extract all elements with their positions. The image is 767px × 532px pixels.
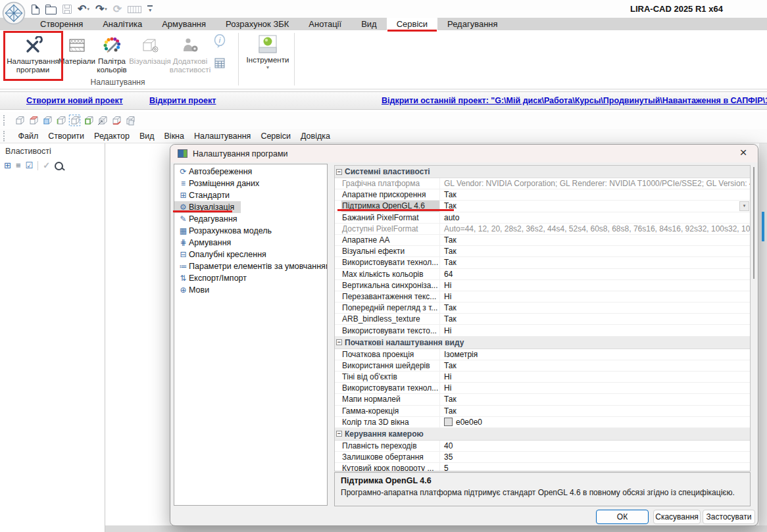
property-row[interactable]: Використовувати тексто...Ні — [335, 325, 750, 336]
ok-button[interactable]: ОК — [596, 510, 649, 524]
tree-item-export-import[interactable]: ⇅Експорт/Імпорт — [174, 272, 253, 284]
redo-icon[interactable]: ↷▾ — [95, 4, 107, 14]
link-open-last-project[interactable]: Відкрити останній проект: "G:\Мій диск\Р… — [382, 96, 767, 105]
collapse-icon[interactable]: − — [336, 339, 342, 345]
property-row[interactable]: Використовувати технол...Ні — [335, 383, 750, 394]
property-row[interactable]: Використання шейдерівТак — [335, 360, 750, 372]
menu-item-view[interactable]: Вид — [134, 130, 159, 142]
cube-dashed-selection-icon[interactable] — [68, 114, 82, 127]
app-logo-icon[interactable] — [2, 1, 26, 25]
dropdown-button[interactable]: ▾ — [739, 201, 749, 211]
property-row[interactable]: Вертикальна синхроніза...Ні — [335, 280, 750, 291]
tree-item-formwork-drawings[interactable]: ⊟Опалубні креслення — [174, 249, 273, 260]
property-row[interactable]: Попередній перегляд з т...Так — [335, 302, 750, 314]
toolbar-grip[interactable] — [3, 115, 7, 126]
property-row[interactable]: Тіні від об'єктівНі — [335, 372, 750, 383]
collapse-icon[interactable]: − — [336, 431, 342, 437]
tab-view[interactable]: Вид — [351, 18, 387, 30]
ribbon-button-materials[interactable]: Матеріали — [61, 33, 93, 66]
property-value: Так — [440, 235, 750, 245]
menu-item-windows[interactable]: Вікна — [159, 130, 189, 142]
undo-icon[interactable]: ↶▾ — [78, 4, 89, 14]
tree-item-data-placement[interactable]: ≡Розміщення даних — [174, 178, 266, 189]
tab-services[interactable]: Сервіси — [387, 18, 437, 30]
open-folder-icon[interactable] — [45, 5, 57, 14]
property-row[interactable]: Плавність переходів40 — [335, 441, 750, 452]
property-row[interactable]: Мапи нормалейТак — [335, 394, 750, 405]
cube-double-icon[interactable] — [124, 114, 137, 127]
property-row[interactable]: Залишкове обертання35 — [335, 452, 750, 463]
tree-item-languages[interactable]: ⊕Мови — [174, 284, 216, 296]
cube-red-top-icon[interactable] — [27, 114, 41, 127]
checklist-icon[interactable]: ☑ — [26, 161, 34, 170]
property-row[interactable]: Перезавантаження текс...Ні — [335, 291, 750, 302]
ribbon-button-color-palette[interactable]: Палітра кольорів — [93, 33, 130, 74]
menu-item-editor[interactable]: Редактор — [89, 130, 135, 142]
canvas-scrollbar[interactable] — [759, 143, 767, 532]
cube-blue-front-icon[interactable] — [41, 114, 55, 127]
cube-pointer-icon[interactable] — [96, 114, 110, 127]
menu-item-create[interactable]: Створити — [43, 130, 89, 142]
tree-item-analysis-model[interactable]: ▦Розрахункова модель — [174, 225, 278, 237]
ribbon-button-instruments[interactable]: Інструменти ▾ — [245, 33, 291, 70]
property-row[interactable]: Графічна платформаGL Vendor: NVIDIA Corp… — [335, 178, 750, 189]
property-row[interactable]: Використовувати технол...Так — [335, 257, 750, 268]
menu-item-services[interactable]: Сервіси — [256, 130, 296, 142]
menu-item-file[interactable]: Файл — [13, 130, 43, 142]
menubar-grip[interactable] — [3, 131, 7, 141]
property-name: Візуальні ефекти — [341, 246, 440, 256]
menu-item-settings[interactable]: Налаштування — [189, 130, 255, 142]
ribbon-button-additional-properties[interactable]: Додаткові властивості — [170, 33, 210, 74]
property-name: Попередній перегляд з т... — [341, 302, 440, 313]
tree-item-autosave[interactable]: ⟳Автозбереження — [174, 166, 259, 178]
menu-item-help[interactable]: Довідка — [295, 130, 335, 142]
link-new-project[interactable]: Створити новий проект — [26, 96, 123, 105]
list-view-icon[interactable]: ≡ — [16, 161, 21, 170]
cancel-button[interactable]: Скасування — [653, 510, 701, 524]
cube-green-left-icon[interactable] — [55, 114, 68, 127]
expand-all-icon[interactable]: ⊞ — [4, 161, 11, 170]
collapse-icon[interactable]: − — [336, 169, 342, 175]
property-row[interactable]: Апаратне AAТак — [335, 235, 750, 246]
tree-item-reinforcement[interactable]: ⋕Армування — [174, 237, 237, 249]
tab-analytics[interactable]: Аналітика — [93, 18, 152, 30]
tree-item-default-element-parameters[interactable]: ≔Параметри елементів за умовчанням — [174, 260, 328, 272]
property-row[interactable]: Апаратне прискоренняТак — [335, 189, 750, 201]
customize-icon[interactable]: ▾ — [147, 5, 153, 13]
property-row[interactable]: Max кількість кольорів64 — [335, 269, 750, 280]
tree-item-standards[interactable]: ⊞Стандарти — [174, 189, 236, 201]
ruler-icon[interactable] — [128, 6, 141, 13]
tab-rc-calculation[interactable]: Розрахунок ЗБК — [216, 18, 299, 30]
apply-check-icon[interactable]: ✓ — [43, 161, 50, 170]
tab-editing[interactable]: Редагування — [437, 18, 508, 30]
property-row[interactable]: Бажаний PixelFormatauto — [335, 212, 750, 224]
close-icon[interactable]: × — [736, 145, 751, 160]
property-row[interactable]: Початкова проекціяІзометрія — [335, 349, 750, 360]
search-icon[interactable] — [55, 162, 63, 170]
cube-red-bottom-icon[interactable] — [110, 114, 124, 127]
tab-annotations[interactable]: Анотації — [299, 18, 351, 30]
tree-item-editing[interactable]: ✎Редагування — [174, 213, 244, 225]
tab-creation[interactable]: Створення — [30, 18, 93, 30]
tab-reinforcement[interactable]: Армування — [152, 18, 216, 30]
grid-scrollbar-thumb[interactable] — [753, 167, 755, 279]
ribbon-button-visualization[interactable]: Візуалізація — [130, 33, 170, 66]
new-file-icon[interactable] — [32, 5, 39, 14]
save-icon[interactable] — [62, 5, 72, 14]
link-open-project[interactable]: Відкрити проект — [149, 96, 216, 105]
calculator-icon[interactable] — [214, 58, 225, 71]
apply-button[interactable]: Застосувати — [703, 510, 755, 524]
property-value: Так — [440, 406, 750, 416]
canvas-scrollbar-thumb[interactable] — [762, 212, 764, 241]
sync-icon[interactable]: ⟳ — [113, 4, 122, 14]
property-row[interactable]: Кутовий крок повороту ...5 — [335, 463, 750, 472]
dialog-title-bar[interactable]: Налаштування програми × — [170, 145, 758, 162]
property-row[interactable]: ARB_bindless_textureТак — [335, 314, 750, 325]
property-row[interactable]: Гамма-корекціяТак — [335, 406, 750, 417]
property-row[interactable]: Доступні PixelFormatAuto=44, 12, 20, 28s… — [335, 224, 750, 235]
info-icon[interactable]: i — [214, 34, 226, 51]
property-row[interactable]: Колір тла 3D вікнаe0e0e0 — [335, 417, 750, 428]
property-row[interactable]: Візуальні ефектиТак — [335, 246, 750, 257]
cube-plain-icon[interactable] — [13, 114, 27, 127]
cube-green-front-icon[interactable] — [82, 114, 96, 127]
